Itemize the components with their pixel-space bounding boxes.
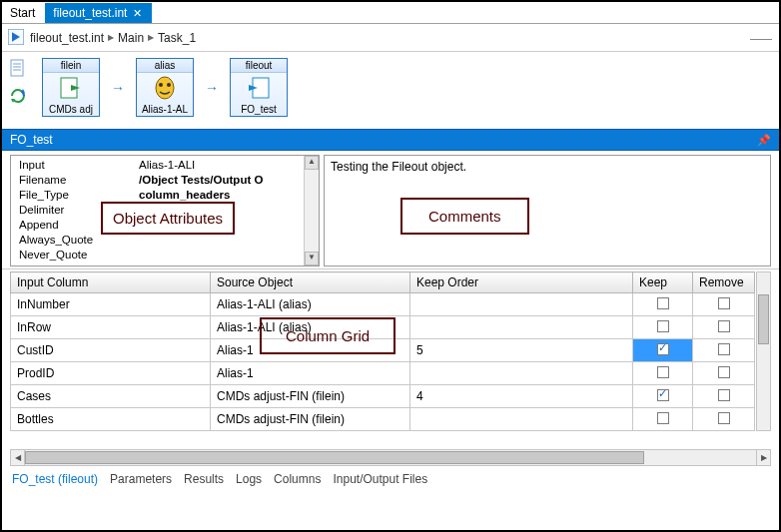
scroll-left-icon[interactable]: ◀: [11, 450, 25, 465]
bottom-tab-logs[interactable]: Logs: [236, 472, 262, 486]
attr-scrollbar[interactable]: ▲▼: [304, 156, 319, 266]
cell-keep-order[interactable]: [410, 362, 633, 385]
table-row[interactable]: InRowAlias-1-ALI (alias): [11, 316, 755, 339]
panel-title: FO_test: [10, 133, 53, 147]
toolbar: fileout_test.int ▶ Main ▶ Task_1 — —: [2, 24, 779, 52]
cell-source-object[interactable]: Alias-1-ALI (alias): [211, 293, 410, 316]
cell-input-column[interactable]: Bottles: [11, 408, 211, 431]
refresh-icon[interactable]: [8, 86, 28, 108]
cell-remove[interactable]: [693, 293, 755, 316]
cell-remove[interactable]: [693, 408, 755, 431]
grid-header-keep[interactable]: Keep: [633, 272, 693, 293]
cell-keep-order[interactable]: [410, 316, 633, 339]
node-fileout[interactable]: fileout FO_test: [230, 58, 288, 117]
table-row[interactable]: BottlesCMDs adjust-FIN (filein): [11, 408, 755, 431]
cell-remove[interactable]: [693, 362, 755, 385]
cell-input-column[interactable]: ProdID: [11, 362, 211, 385]
grid-header-source-object[interactable]: Source Object: [211, 272, 410, 293]
node-alias[interactable]: alias Alias-1-AL: [136, 58, 194, 117]
cell-keep[interactable]: [633, 339, 693, 362]
cell-keep-order[interactable]: 4: [410, 385, 633, 408]
bottom-tab-columns[interactable]: Columns: [274, 472, 321, 486]
cell-source-object[interactable]: Alias-1-ALI (alias): [211, 316, 410, 339]
checkbox[interactable]: [718, 366, 730, 378]
panel-header: FO_test 📌: [2, 129, 779, 151]
table-row[interactable]: CustIDAlias-15: [11, 339, 755, 362]
tab-start[interactable]: Start: [2, 3, 45, 23]
svg-point-10: [156, 77, 174, 99]
table-row[interactable]: ProdIDAlias-1: [11, 362, 755, 385]
cell-keep[interactable]: [633, 316, 693, 339]
checkbox[interactable]: [718, 412, 730, 424]
checkbox[interactable]: [718, 320, 730, 332]
cell-input-column[interactable]: Cases: [11, 385, 211, 408]
cell-source-object[interactable]: CMDs adjust-FIN (filein): [211, 385, 410, 408]
scroll-down-icon[interactable]: ▼: [305, 252, 319, 266]
node-filein[interactable]: filein CMDs adj: [42, 58, 100, 117]
checkbox[interactable]: [657, 343, 669, 355]
cell-keep[interactable]: [633, 408, 693, 431]
scrollbar-thumb[interactable]: [758, 294, 769, 344]
cell-source-object[interactable]: Alias-1: [211, 339, 410, 362]
node-label: FO_test: [231, 103, 287, 116]
minimize-icon[interactable]: — —: [750, 30, 767, 46]
grid-horizontal-scrollbar[interactable]: ◀ ▶: [10, 449, 771, 466]
table-row[interactable]: CasesCMDs adjust-FIN (filein)4: [11, 385, 755, 408]
cell-remove[interactable]: [693, 385, 755, 408]
checkbox[interactable]: [657, 389, 669, 401]
attr-value: /Object Tests/Output O: [139, 173, 263, 188]
run-icon[interactable]: [8, 29, 24, 47]
document-icon[interactable]: [8, 58, 28, 80]
checkbox[interactable]: [718, 343, 730, 355]
bottom-tab-io-files[interactable]: Input/Output Files: [333, 472, 427, 486]
svg-point-11: [159, 83, 163, 87]
breadcrumb-main[interactable]: Main: [118, 31, 144, 45]
checkbox[interactable]: [718, 297, 730, 309]
cell-source-object[interactable]: CMDs adjust-FIN (filein): [211, 408, 410, 431]
grid-vertical-scrollbar[interactable]: [756, 271, 771, 431]
breadcrumb-task[interactable]: Task_1: [158, 31, 196, 45]
scroll-right-icon[interactable]: ▶: [756, 450, 770, 465]
cell-input-column[interactable]: InRow: [11, 316, 211, 339]
checkbox[interactable]: [718, 389, 730, 401]
grid-header-input-column[interactable]: Input Column: [11, 272, 211, 293]
bottom-tab-object[interactable]: FO_test (fileout): [12, 472, 98, 486]
bottom-tab-parameters[interactable]: Parameters: [110, 472, 172, 486]
cell-keep-order[interactable]: 5: [410, 339, 633, 362]
node-type: fileout: [231, 59, 287, 73]
tab-fileout-test[interactable]: fileout_test.int ✕: [45, 3, 152, 23]
scroll-up-icon[interactable]: ▲: [305, 156, 319, 170]
cell-source-object[interactable]: Alias-1: [211, 362, 410, 385]
checkbox[interactable]: [657, 320, 669, 332]
bottom-tabs: FO_test (fileout) Parameters Results Log…: [2, 466, 779, 490]
grid-header-remove[interactable]: Remove: [693, 272, 755, 293]
grid-header-keep-order[interactable]: Keep Order: [410, 272, 633, 293]
attr-key: Delimiter: [19, 203, 139, 218]
close-icon[interactable]: ✕: [133, 7, 142, 20]
checkbox[interactable]: [657, 412, 669, 424]
column-grid[interactable]: Input Column Source Object Keep Order Ke…: [10, 271, 755, 431]
bottom-tab-results[interactable]: Results: [184, 472, 224, 486]
cell-remove[interactable]: [693, 339, 755, 362]
checkbox[interactable]: [657, 297, 669, 309]
attributes-panel[interactable]: InputAlias-1-ALI Filename/Object Tests/O…: [10, 155, 320, 266]
flow-canvas[interactable]: filein CMDs adj → alias Alias-1-AL → fil…: [34, 52, 779, 125]
scrollbar-thumb[interactable]: [25, 451, 644, 464]
filein-icon: [43, 73, 99, 103]
cell-input-column[interactable]: CustID: [11, 339, 211, 362]
cell-keep-order[interactable]: [410, 293, 633, 316]
cell-remove[interactable]: [693, 316, 755, 339]
node-type: filein: [43, 59, 99, 73]
pin-icon[interactable]: 📌: [757, 134, 771, 147]
workspace: filein CMDs adj → alias Alias-1-AL → fil…: [2, 52, 779, 125]
cell-input-column[interactable]: InNumber: [11, 293, 211, 316]
comments-panel[interactable]: Testing the Fileout object. Comments: [324, 155, 771, 266]
checkbox[interactable]: [657, 366, 669, 378]
cell-keep[interactable]: [633, 385, 693, 408]
table-row[interactable]: InNumberAlias-1-ALI (alias): [11, 293, 755, 316]
cell-keep-order[interactable]: [410, 408, 633, 431]
breadcrumb-file[interactable]: fileout_test.int: [30, 31, 104, 45]
attr-value: column_headers: [139, 188, 230, 203]
cell-keep[interactable]: [633, 293, 693, 316]
cell-keep[interactable]: [633, 362, 693, 385]
